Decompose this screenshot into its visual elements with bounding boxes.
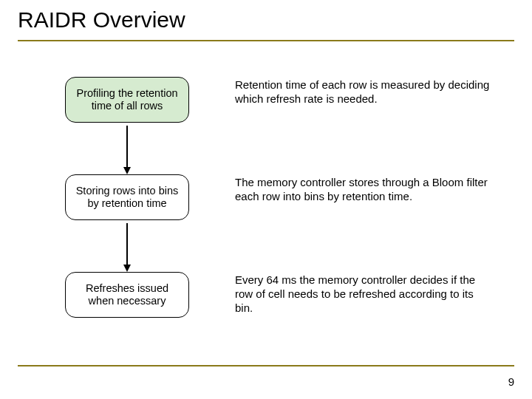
slide-title: RAIDR Overview — [18, 7, 185, 33]
step-1-description: Retention time of each row is measured b… — [235, 78, 494, 106]
footer-rule — [18, 365, 514, 366]
flow-step-3-label: Refreshes issued when necessary — [73, 282, 181, 307]
flow-step-3: Refreshes issued when necessary — [65, 272, 189, 318]
title-underline — [18, 40, 514, 41]
flow-step-1: Profiling the retention time of all rows — [65, 77, 189, 123]
flow-step-2: Storing rows into bins by retention time — [65, 174, 189, 220]
page-number: 9 — [508, 375, 514, 388]
step-2-description: The memory controller stores through a B… — [235, 176, 494, 204]
flow-step-1-label: Profiling the retention time of all rows — [73, 87, 181, 112]
step-3-description: Every 64 ms the memory controller decide… — [235, 273, 494, 315]
flow-step-2-label: Storing rows into bins by retention time — [73, 185, 181, 210]
